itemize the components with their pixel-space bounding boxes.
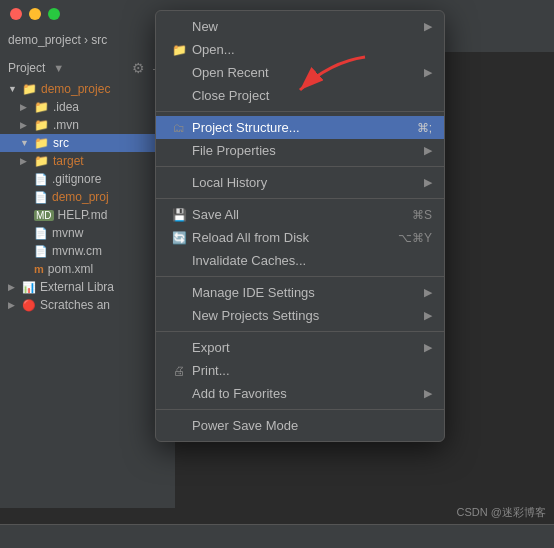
- file-icon: 📄: [34, 173, 48, 186]
- separator-6: [156, 409, 444, 410]
- menu-label: Open...: [192, 42, 235, 57]
- separator-2: [156, 166, 444, 167]
- tree-label: Scratches an: [40, 298, 110, 312]
- tree-label: .mvn: [53, 118, 79, 132]
- tree-label: External Libra: [40, 280, 114, 294]
- menu-label: Invalidate Caches...: [192, 253, 306, 268]
- menu-item-file-properties[interactable]: File Properties ▶: [156, 139, 444, 162]
- watermark: CSDN @迷彩博客: [457, 505, 546, 520]
- menu-item-close-project[interactable]: Close Project: [156, 84, 444, 107]
- submenu-arrow: ▶: [424, 341, 432, 354]
- folder-icon: 📁: [34, 118, 49, 132]
- menu-label: Project Structure...: [192, 120, 300, 135]
- tree-item-external-libs[interactable]: ▶ 📊 External Libra: [0, 278, 175, 296]
- menu-item-open-recent[interactable]: Open Recent ▶: [156, 61, 444, 84]
- menu-item-manage-ide[interactable]: Manage IDE Settings ▶: [156, 281, 444, 304]
- folder-icon: 📁: [34, 136, 49, 150]
- libs-icon: 📊: [22, 281, 36, 294]
- expand-arrow: ▶: [20, 102, 30, 112]
- menu-item-project-structure[interactable]: 🗂 Project Structure... ⌘;: [156, 116, 444, 139]
- separator-4: [156, 276, 444, 277]
- submenu-arrow: ▶: [424, 387, 432, 400]
- save-icon: 💾: [172, 208, 186, 222]
- tree-item-gitignore[interactable]: 📄 .gitignore: [0, 170, 175, 188]
- expand-arrow: ▼: [20, 138, 30, 148]
- shortcut-text: ⌥⌘Y: [398, 231, 432, 245]
- reload-icon: 🔄: [172, 231, 186, 245]
- tree-item-mvnw[interactable]: 📄 mvnw: [0, 224, 175, 242]
- tree-label: mvnw: [52, 226, 83, 240]
- tree-label: src: [53, 136, 69, 150]
- gear-icon[interactable]: ⚙: [132, 60, 145, 76]
- menu-label: Print...: [192, 363, 230, 378]
- shortcut-text: ⌘S: [412, 208, 432, 222]
- menu-label: File Properties: [192, 143, 276, 158]
- menu-item-new-projects-settings[interactable]: New Projects Settings ▶: [156, 304, 444, 327]
- menu-item-new[interactable]: New ▶: [156, 15, 444, 38]
- tree-item-mvn[interactable]: ▶ 📁 .mvn: [0, 116, 175, 134]
- expand-arrow: ▶: [8, 282, 18, 292]
- tree-item-target[interactable]: ▶ 📁 target: [0, 152, 175, 170]
- sidebar-header: Project ▼ ⚙ —: [0, 56, 175, 80]
- tree-label: pom.xml: [48, 262, 93, 276]
- project-structure-icon: 🗂: [172, 121, 186, 135]
- menu-label: Power Save Mode: [192, 418, 298, 433]
- scratches-icon: 🔴: [22, 299, 36, 312]
- folder-icon: 📁: [34, 154, 49, 168]
- tree-item-mvnw-cmd[interactable]: 📄 mvnw.cm: [0, 242, 175, 260]
- menu-item-print[interactable]: 🖨 Print...: [156, 359, 444, 382]
- menu-item-add-to-favorites[interactable]: Add to Favorites ▶: [156, 382, 444, 405]
- menu-label: New Projects Settings: [192, 308, 319, 323]
- submenu-arrow: ▶: [424, 309, 432, 322]
- menu-label: Open Recent: [192, 65, 269, 80]
- menu-label: Local History: [192, 175, 267, 190]
- tree-item-pom[interactable]: m pom.xml: [0, 260, 175, 278]
- md-badge: MD: [34, 210, 54, 221]
- dropdown-arrow: ▼: [53, 62, 64, 74]
- submenu-arrow: ▶: [424, 20, 432, 33]
- print-icon: 🖨: [172, 364, 186, 378]
- menu-label: Add to Favorites: [192, 386, 287, 401]
- menu-label: New: [192, 19, 218, 34]
- submenu-arrow: ▶: [424, 144, 432, 157]
- tree-label: .idea: [53, 100, 79, 114]
- menu-label: Export: [192, 340, 230, 355]
- file-icon: 📄: [34, 227, 48, 240]
- tree-item-demo-project[interactable]: ▼ 📁 demo_projec: [0, 80, 175, 98]
- tree-item-src[interactable]: ▼ 📁 src: [0, 134, 175, 152]
- tree-label: HELP.md: [58, 208, 108, 222]
- sidebar: Project ▼ ⚙ — ▼ 📁 demo_projec ▶ 📁 .idea …: [0, 52, 175, 508]
- tree-label: .gitignore: [52, 172, 101, 186]
- tree-item-demo-proj[interactable]: 📄 demo_proj: [0, 188, 175, 206]
- menu-item-power-save-mode[interactable]: Power Save Mode: [156, 414, 444, 437]
- open-icon: 📁: [172, 43, 186, 57]
- context-menu: New ▶ 📁 Open... Open Recent ▶ Close Proj…: [155, 10, 445, 442]
- menu-label: Manage IDE Settings: [192, 285, 315, 300]
- submenu-arrow: ▶: [424, 66, 432, 79]
- close-button[interactable]: [10, 8, 22, 20]
- menu-item-open[interactable]: 📁 Open...: [156, 38, 444, 61]
- menu-item-export[interactable]: Export ▶: [156, 336, 444, 359]
- tree-label: demo_projec: [41, 82, 110, 96]
- separator-5: [156, 331, 444, 332]
- status-bar: [0, 524, 554, 548]
- menu-item-reload-all[interactable]: 🔄 Reload All from Disk ⌥⌘Y: [156, 226, 444, 249]
- folder-icon: 📁: [34, 100, 49, 114]
- separator-1: [156, 111, 444, 112]
- breadcrumb-text: demo_project › src: [8, 33, 107, 47]
- maven-icon: m: [34, 263, 44, 275]
- sidebar-title: Project: [8, 61, 45, 75]
- menu-item-save-all[interactable]: 💾 Save All ⌘S: [156, 203, 444, 226]
- tree-item-help[interactable]: MD HELP.md: [0, 206, 175, 224]
- menu-item-local-history[interactable]: Local History ▶: [156, 171, 444, 194]
- tree-label: demo_proj: [52, 190, 109, 204]
- tree-item-scratches[interactable]: ▶ 🔴 Scratches an: [0, 296, 175, 314]
- menu-label: Close Project: [192, 88, 269, 103]
- minimize-button[interactable]: [29, 8, 41, 20]
- folder-icon: 📁: [22, 82, 37, 96]
- tree-label: target: [53, 154, 84, 168]
- expand-arrow: ▶: [20, 120, 30, 130]
- menu-item-invalidate-caches[interactable]: Invalidate Caches...: [156, 249, 444, 272]
- maximize-button[interactable]: [48, 8, 60, 20]
- tree-item-idea[interactable]: ▶ 📁 .idea: [0, 98, 175, 116]
